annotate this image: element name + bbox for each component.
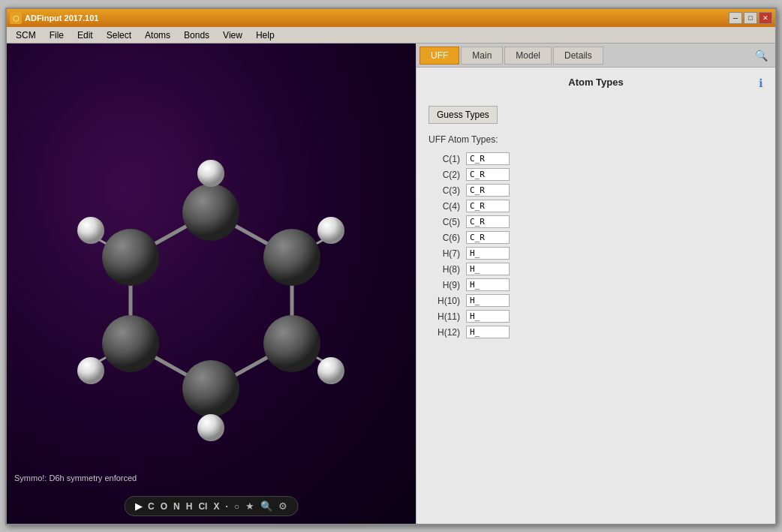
minimize-button[interactable]: ─ [729, 12, 742, 24]
atom-type-input[interactable] [466, 200, 510, 212]
menu-atoms[interactable]: Atoms [139, 29, 176, 42]
toolbar-star[interactable]: ★ [245, 500, 254, 512]
atom-type-input[interactable] [466, 326, 510, 338]
toolbar-c[interactable]: C [148, 501, 155, 512]
atom-label: H(12) [429, 327, 460, 338]
viewport[interactable]: Symmo!: D6h symmetry enforced ▶ C O N H … [7, 44, 416, 524]
menu-select[interactable]: Select [101, 29, 137, 42]
tab-details[interactable]: Details [553, 47, 603, 65]
svg-point-16 [102, 315, 159, 372]
toolbar-h[interactable]: H [186, 501, 193, 512]
uff-label: UFF Atom Types: [429, 134, 763, 145]
atom-row: H(9) [429, 278, 763, 291]
atom-label: H(7) [429, 248, 460, 259]
svg-point-18 [197, 160, 224, 187]
toolbar-cl[interactable]: Cl [198, 501, 207, 512]
atom-label: H(10) [429, 296, 460, 306]
close-button[interactable]: ✕ [759, 12, 772, 24]
atom-type-input[interactable] [466, 310, 510, 323]
svg-point-21 [197, 414, 224, 441]
svg-point-23 [77, 217, 104, 244]
svg-point-14 [263, 315, 320, 372]
title-bar: ⬡ ADFinput 2017.101 ─ □ ✕ [7, 9, 775, 27]
toolbar-x[interactable]: X [213, 501, 219, 512]
toolbar-search[interactable]: 🔍 [260, 500, 272, 512]
atom-row: H(7) [429, 247, 763, 260]
title-bar-buttons: ─ □ ✕ [729, 12, 772, 24]
atom-label: C(6) [429, 233, 460, 243]
atom-type-input[interactable] [466, 247, 510, 260]
atom-type-input[interactable] [466, 231, 510, 244]
panel-content: Atom Types ℹ Guess Types UFF Atom Types:… [417, 68, 775, 524]
toolbar-settings[interactable]: ⚙ [278, 500, 287, 512]
right-panel: UFF Main Model Details 🔍 Atom Types ℹ Gu… [416, 44, 775, 524]
atom-label: H(11) [429, 311, 460, 322]
info-icon[interactable]: ℹ [759, 77, 763, 90]
maximize-button[interactable]: □ [744, 12, 757, 24]
atom-row: H(12) [429, 326, 763, 338]
menu-view[interactable]: View [217, 29, 248, 42]
toolbar-dot[interactable]: · [225, 501, 227, 512]
toolbar-o[interactable]: O [161, 501, 167, 512]
atom-label: C(4) [429, 201, 460, 212]
atom-type-input[interactable] [466, 294, 510, 307]
menu-scm[interactable]: SCM [10, 29, 42, 42]
symmetry-label: Symmo!: D6h symmetry enforced [14, 473, 137, 482]
atom-type-input[interactable] [466, 278, 510, 291]
tab-main[interactable]: Main [461, 47, 503, 65]
toolbar-arrow[interactable]: ▶ [135, 501, 142, 512]
svg-point-15 [182, 360, 239, 417]
app-icon: ⬡ [10, 12, 22, 24]
panel-title: Atom Types [568, 77, 623, 88]
svg-point-22 [77, 357, 104, 384]
atom-label: C(5) [429, 217, 460, 227]
atom-type-input[interactable] [466, 215, 510, 228]
atom-row: H(10) [429, 294, 763, 307]
menu-edit[interactable]: Edit [71, 29, 99, 42]
tabs-bar: UFF Main Model Details 🔍 [417, 44, 775, 68]
atom-label: C(2) [429, 170, 460, 180]
toolbar-circle[interactable]: ○ [234, 501, 239, 512]
atom-label: C(1) [429, 154, 460, 164]
svg-point-13 [263, 229, 320, 286]
atom-type-input[interactable] [466, 152, 510, 165]
atom-row: C(5) [429, 215, 763, 228]
tab-search-icon[interactable]: 🔍 [750, 48, 772, 63]
atom-row: C(1) [429, 152, 763, 165]
window-title: ADFinput 2017.101 [25, 14, 98, 23]
atom-row: H(8) [429, 263, 763, 275]
atom-label: C(3) [429, 185, 460, 196]
atom-row: C(2) [429, 168, 763, 181]
atom-row: H(11) [429, 310, 763, 323]
atom-label: H(9) [429, 280, 460, 290]
content-area: Symmo!: D6h symmetry enforced ▶ C O N H … [7, 44, 775, 524]
tab-model[interactable]: Model [504, 47, 552, 65]
molecule-view [7, 44, 416, 524]
menu-help[interactable]: Help [250, 29, 281, 42]
menu-bar: SCM File Edit Select Atoms Bonds View He… [7, 27, 775, 44]
toolbar-n[interactable]: N [173, 501, 180, 512]
svg-point-19 [317, 217, 344, 244]
atom-type-input[interactable] [466, 263, 510, 275]
atom-row: C(4) [429, 200, 763, 212]
main-window: ⬡ ADFinput 2017.101 ─ □ ✕ SCM File Edit … [5, 8, 777, 525]
atom-type-input[interactable] [466, 184, 510, 197]
atom-row: C(6) [429, 231, 763, 244]
guess-types-button[interactable]: Guess Types [429, 106, 498, 124]
atom-label: H(8) [429, 264, 460, 275]
atom-row: C(3) [429, 184, 763, 197]
svg-point-17 [102, 229, 159, 286]
menu-file[interactable]: File [44, 29, 70, 42]
tab-uff[interactable]: UFF [420, 47, 459, 65]
menu-bonds[interactable]: Bonds [178, 29, 215, 42]
title-bar-left: ⬡ ADFinput 2017.101 [10, 12, 98, 24]
svg-point-20 [317, 357, 344, 384]
viewport-toolbar: ▶ C O N H Cl X · ○ ★ 🔍 ⚙ [124, 496, 299, 516]
atom-types-list: C(1)C(2)C(3)C(4)C(5)C(6)H(7)H(8)H(9)H(10… [429, 152, 763, 338]
atom-type-input[interactable] [466, 168, 510, 181]
svg-point-12 [182, 184, 239, 241]
